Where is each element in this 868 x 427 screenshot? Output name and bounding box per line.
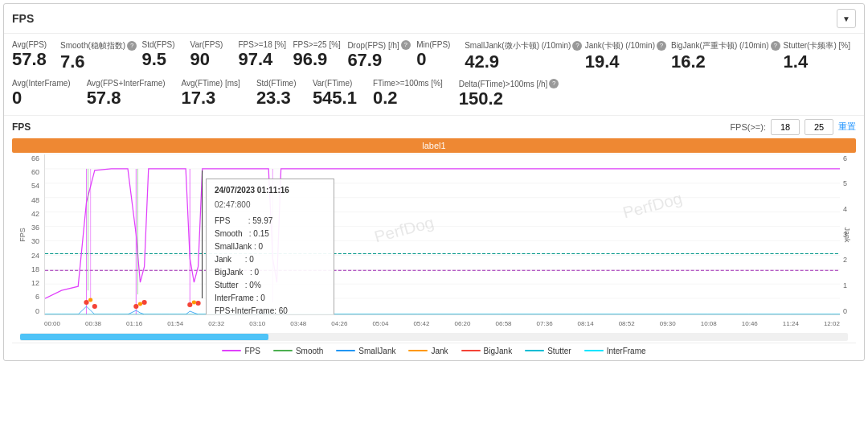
metric-item: Drop(FPS) [/h]?67.9 [347,39,416,72]
tooltip-time2: 02:47:800 [215,199,326,211]
tooltip-interframe: InterFrame : 0 [215,292,326,305]
svg-point-19 [92,304,97,309]
tooltip-stutter: Stutter : 0% [215,279,326,292]
metric-label: FPS>=25 [%] [293,40,340,49]
x-tick: 00:00 [44,320,60,327]
metric-item: Std(FPS)9.5 [141,39,190,72]
legend-label: Smooth [296,347,323,355]
metric-value: 90 [190,49,209,70]
dropdown-button[interactable]: ▼ [837,9,856,28]
tooltip: 24/07/2023 01:11:16 02:47:800 FPS : 59.9… [206,179,334,315]
metric-label2: Var(FTime) [313,79,352,88]
y-tick: 54 [31,182,39,190]
y-tick: 42 [31,210,39,218]
legend-item: Smooth [273,347,323,355]
fps-gte-label: FPS(>=): [730,122,766,132]
metric-value2: 150.2 [459,88,503,109]
help-icon[interactable]: ? [127,41,137,51]
metric-label: Var(FPS) [190,40,223,49]
fps-input-2[interactable] [805,119,833,135]
y-tick: 48 [31,196,39,204]
x-tick: 05:04 [372,320,388,327]
metric-label2: Avg(InterFrame) [12,79,71,88]
svg-text:PerfDog: PerfDog [620,189,684,221]
svg-point-18 [84,300,88,305]
y-tick: 6 [35,293,39,301]
legend-item: SmallJank [336,347,395,355]
x-tick: 11:24 [783,320,799,327]
x-tick: 07:36 [537,320,553,327]
tooltip-fps: FPS : 59.97 [215,215,326,228]
metric-item2: Avg(FTime) [ms]17.3 [182,77,256,110]
svg-point-26 [192,300,196,304]
metric-label: Jank(卡顿) (/10min)? [585,40,666,51]
svg-point-22 [187,302,192,307]
legend-label: BigJank [484,347,513,355]
metric-value: 97.4 [238,49,272,70]
metric-value2: 545.1 [313,88,357,109]
y-tick-right: 4 [843,205,847,213]
fps-panel: FPS ▼ Avg(FPS)57.8Smooth(稳帧指数)?7.6Std(FP… [3,3,865,361]
y-tick: 24 [31,252,39,260]
fps-controls: FPS(>=): 重置 [730,119,856,135]
metric-value: 19.4 [585,51,620,72]
y-tick-right: 0 [843,307,847,315]
metric-label: FPS>=18 [%] [238,40,285,49]
metric-item: Var(FPS)90 [190,39,238,72]
svg-point-20 [133,304,138,309]
metric-item: Min(FPS)0 [416,39,465,72]
legend-line [408,350,428,351]
metric-value: 67.9 [347,50,382,71]
legend-item: Stutter [525,347,571,355]
y-tick: 18 [31,265,39,273]
y-tick: 0 [35,307,39,315]
metric-value2: 0 [12,88,22,109]
y-tick: 36 [31,224,39,232]
y-tick: 30 [31,237,39,245]
metric-label2: Avg(FTime) [ms] [182,79,240,88]
metric-value2: 23.3 [256,88,291,109]
legend-label: InterFrame [607,347,646,355]
tooltip-jank: Jank : 0 [215,253,326,266]
legend-label: SmallJank [358,347,395,355]
x-tick: 10:46 [742,320,758,327]
metric-item: BigJank(严重卡顿) (/10min)?16.2 [671,39,784,74]
metrics-row-2: Avg(InterFrame)0Avg(FPS+InterFrame)57.8A… [12,77,856,111]
label-bar: label1 [12,138,856,153]
help-icon[interactable]: ? [771,41,780,51]
metric-label2: FTime>=100ms [%] [373,79,443,88]
help-icon[interactable]: ? [549,79,559,88]
help-icon[interactable]: ? [657,41,666,51]
cursor-line [202,170,203,298]
x-tick: 08:14 [578,320,594,327]
help-icon[interactable]: ? [572,41,582,51]
tooltip-fps-interframe: FPS+InterFrame: 60 [215,305,326,315]
chart-svg-area[interactable]: PerfDog PerfDog 24/07/2023 01:11:16 02:4… [44,154,840,315]
metric-value2: 57.8 [87,88,121,109]
help-icon[interactable]: ? [401,40,411,50]
x-tick: 02:32 [208,320,224,327]
tooltip-time: 24/07/2023 01:11:16 [215,184,326,197]
legend-label: Stutter [547,347,571,355]
y-tick-right: 1 [843,281,847,289]
metric-item: Smooth(稳帧指数)?7.6 [60,39,141,74]
metric-value2: 17.3 [182,88,216,109]
x-tick: 08:52 [619,320,635,327]
legend-label: Jank [431,347,448,355]
metric-label: BigJank(严重卡顿) (/10min)? [671,40,780,51]
metric-item: FPS>=25 [%]96.9 [293,39,347,72]
scrollbar-thumb[interactable] [20,334,268,340]
tooltip-bigjank: BigJank : 0 [215,266,326,279]
y-tick-right: 5 [843,179,847,187]
legend-line [525,350,544,351]
reset-button[interactable]: 重置 [838,121,856,133]
tooltip-smalljank: SmallJank : 0 [215,240,326,253]
metric-label2: Std(FTime) [256,79,297,88]
legend-item: FPS [222,347,260,355]
x-tick: 10:08 [701,320,717,327]
scrollbar[interactable] [20,333,848,341]
y-tick-right: 2 [843,256,847,264]
metric-label: SmallJank(微小卡顿) (/10min)? [465,40,582,51]
metric-label: Smooth(稳帧指数)? [60,40,137,51]
fps-input-1[interactable] [771,119,800,135]
